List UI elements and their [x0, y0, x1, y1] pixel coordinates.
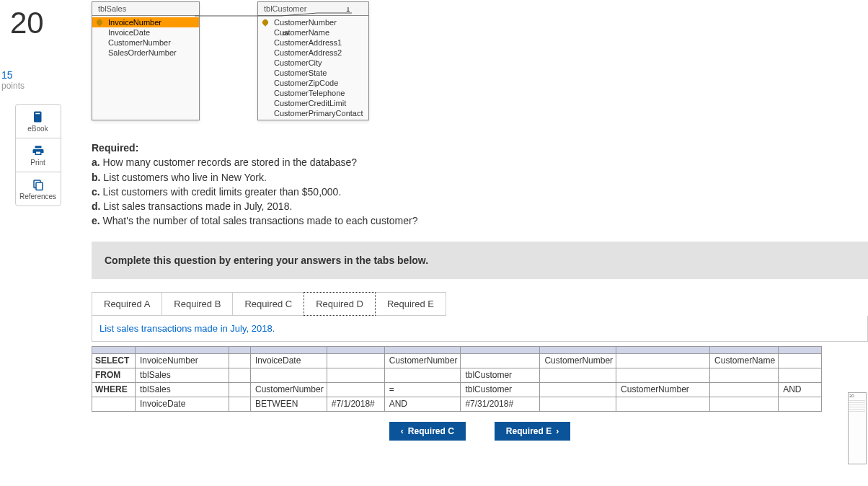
ebook-button[interactable]: eBook: [15, 104, 61, 138]
tab-required-a[interactable]: Required A: [92, 292, 162, 316]
sql-cell[interactable]: AND: [384, 397, 461, 411]
print-button[interactable]: Print: [15, 138, 61, 172]
sql-cell[interactable]: #7/1/2018#: [327, 397, 384, 411]
sql-cell[interactable]: [779, 353, 822, 368]
sql-cell[interactable]: [229, 382, 251, 397]
sql-keyword: WHERE: [92, 382, 136, 397]
sql-cell[interactable]: [710, 397, 779, 411]
sql-cell[interactable]: [779, 368, 822, 382]
schema-table-title: tblSales: [92, 2, 199, 16]
task-description: List sales transactions made in July, 20…: [92, 316, 868, 342]
sql-cell[interactable]: AND: [779, 382, 822, 397]
schema-field[interactable]: CustomerNumber: [92, 37, 199, 48]
chevron-left-icon: ‹: [401, 426, 404, 436]
sql-cell[interactable]: [616, 353, 710, 368]
book-icon: [32, 110, 45, 123]
sql-cell[interactable]: [229, 368, 251, 382]
schema-field[interactable]: SalesOrderNumber: [92, 48, 199, 58]
tab-required-c[interactable]: Required C: [232, 292, 304, 316]
points-value: 15: [1, 69, 25, 81]
sql-cell[interactable]: InvoiceDate: [136, 397, 229, 411]
instruction-bar: Complete this question by entering your …: [92, 242, 868, 279]
schema-table-tblSales[interactable]: tblSalesInvoiceNumberInvoiceDateCustomer…: [92, 1, 200, 120]
schema-field[interactable]: CustomerName: [258, 27, 368, 37]
sql-cell[interactable]: [710, 382, 779, 397]
sql-cell[interactable]: CustomerNumber: [251, 382, 327, 397]
sql-cell[interactable]: InvoiceNumber: [136, 353, 229, 368]
svg-rect-1: [36, 182, 43, 190]
sql-cell[interactable]: =: [384, 382, 461, 397]
required-item: d. List sales transactions made in July,…: [92, 199, 868, 213]
print-icon: [32, 144, 45, 157]
tab-required-d[interactable]: Required D: [304, 292, 376, 316]
sql-cell[interactable]: BETWEEN: [251, 397, 327, 411]
tab-required-b[interactable]: Required B: [161, 292, 233, 316]
sql-cell[interactable]: [616, 368, 710, 382]
sql-cell[interactable]: [251, 368, 327, 382]
sql-cell[interactable]: [710, 368, 779, 382]
schema-field[interactable]: CustomerAddress2: [258, 48, 368, 58]
sql-keyword: SELECT: [92, 353, 136, 368]
schema-field[interactable]: CustomerTelephone: [258, 88, 368, 98]
tab-required-e[interactable]: Required E: [375, 292, 446, 316]
sql-cell[interactable]: [461, 353, 540, 368]
sql-cell[interactable]: CustomerNumber: [540, 353, 616, 368]
references-button[interactable]: References: [15, 172, 61, 206]
schema-table-tblCustomer[interactable]: tblCustomerCustomerNumberCustomerNameCus…: [257, 1, 369, 120]
schema-field[interactable]: InvoiceDate: [92, 27, 199, 37]
required-item: a. How many customer records are stored …: [92, 155, 868, 169]
sql-cell[interactable]: CustomerNumber: [616, 382, 710, 397]
sql-keyword: [92, 397, 136, 411]
sql-grid: SELECTInvoiceNumberInvoiceDateCustomerNu…: [92, 346, 868, 412]
prev-tab-button[interactable]: ‹ Required C: [389, 422, 466, 441]
schema-diagram: ∞ 1 tblSalesInvoiceNumberInvoiceDateCust…: [83, 0, 868, 120]
references-icon: [32, 178, 45, 191]
required-title: Required:: [92, 141, 868, 155]
tab-row: Required ARequired BRequired CRequired D…: [92, 292, 868, 316]
schema-field[interactable]: CustomerNumber: [258, 17, 368, 27]
points-label: points: [1, 81, 25, 91]
schema-field[interactable]: CustomerPrimaryContact: [258, 108, 368, 118]
sql-cell[interactable]: [327, 353, 384, 368]
sql-cell[interactable]: [540, 397, 616, 411]
chevron-right-icon: ›: [556, 426, 559, 436]
required-item: e. What's the number of total sales tran…: [92, 213, 868, 228]
next-tab-button[interactable]: Required E ›: [495, 422, 570, 441]
schema-field[interactable]: CustomerCity: [258, 58, 368, 68]
print-label: Print: [30, 159, 45, 167]
sql-cell[interactable]: tblSales: [136, 368, 229, 382]
schema-field[interactable]: CustomerAddress1: [258, 37, 368, 48]
prev-tab-label: Required C: [408, 426, 454, 436]
sql-cell[interactable]: [327, 368, 384, 382]
sql-cell[interactable]: InvoiceDate: [251, 353, 327, 368]
sql-cell[interactable]: [616, 397, 710, 411]
required-item: b. List customers who live in New York.: [92, 170, 868, 185]
sql-cell[interactable]: tblCustomer: [461, 368, 540, 382]
ebook-label: eBook: [27, 125, 48, 133]
sql-keyword: FROM: [92, 368, 136, 382]
schema-field[interactable]: InvoiceNumber: [92, 17, 199, 27]
schema-field[interactable]: CustomerZipCode: [258, 78, 368, 88]
sql-cell[interactable]: [540, 382, 616, 397]
schema-table-title: tblCustomer: [258, 2, 368, 16]
sql-cell[interactable]: [384, 368, 461, 382]
schema-field[interactable]: CustomerState: [258, 68, 368, 78]
sql-cell[interactable]: [327, 382, 384, 397]
sql-cell[interactable]: [229, 353, 251, 368]
references-label: References: [19, 193, 56, 200]
next-tab-label: Required E: [506, 426, 552, 436]
sql-cell[interactable]: [229, 397, 251, 411]
sql-cell[interactable]: tblSales: [136, 382, 229, 397]
page-thumbnail[interactable]: 20: [848, 392, 867, 464]
sql-cell[interactable]: tblCustomer: [461, 382, 540, 397]
sql-cell[interactable]: #7/31/2018#: [461, 397, 540, 411]
sql-cell[interactable]: [779, 397, 822, 411]
schema-field[interactable]: CustomerCreditLimit: [258, 98, 368, 108]
sql-cell[interactable]: [540, 368, 616, 382]
sql-cell[interactable]: CustomerName: [710, 353, 779, 368]
required-item: c. List customers with credit limits gre…: [92, 185, 868, 199]
question-number: 20: [0, 0, 44, 40]
sql-cell[interactable]: CustomerNumber: [384, 353, 461, 368]
